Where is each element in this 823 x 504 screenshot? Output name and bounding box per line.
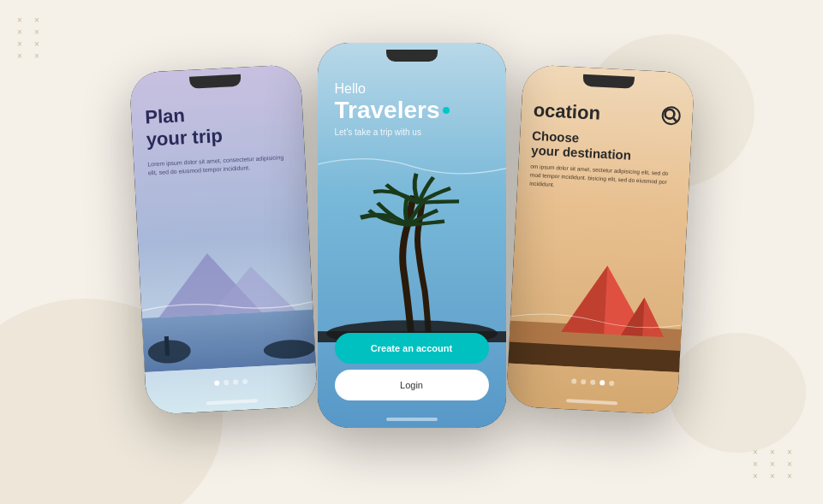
center-subtitle: Let's take a trip with us — [335, 127, 489, 137]
right-body: om ipsum dolor sit amet, sectetur adipis… — [529, 163, 677, 195]
home-indicator-center — [386, 418, 438, 421]
center-screen: Hello Travelers Let's take a trip with u… — [318, 43, 506, 428]
phones-container: Plan your trip Lorem ipsum dolor sit ame… — [112, 26, 712, 488]
right-choose: Choose your destination — [530, 128, 679, 165]
center-travelers: Travelers — [335, 97, 489, 124]
svg-point-6 — [665, 110, 674, 119]
phone-center: Hello Travelers Let's take a trip with u… — [318, 43, 506, 428]
right-phone-dots — [571, 378, 614, 386]
search-icon[interactable] — [661, 106, 681, 126]
svg-line-7 — [673, 118, 677, 122]
right-location-title: ocation — [533, 99, 681, 129]
palm-scene — [318, 137, 506, 342]
right-screen: ocation Choose your destination om ipsum… — [505, 64, 695, 415]
phone-right: ocation Choose your destination om ipsum… — [505, 64, 695, 415]
svg-marker-10 — [561, 264, 607, 335]
notch-center — [386, 50, 438, 62]
dots-topleft: × × × × × × × × — [17, 17, 62, 58]
right-pyramid-scene — [508, 210, 687, 372]
left-title: Plan your trip — [144, 99, 290, 152]
dot-accent — [443, 107, 450, 114]
dots-bottomright: × × × × × × × × × — [753, 449, 797, 478]
login-button[interactable]: Login — [335, 370, 489, 400]
phone-left: Plan your trip Lorem ipsum dolor sit ame… — [128, 64, 318, 415]
left-body: Lorem ipsum dolor sit amet, consectetur … — [147, 153, 292, 179]
create-account-button[interactable]: Create an account — [335, 333, 489, 364]
left-screen: Plan your trip Lorem ipsum dolor sit ame… — [128, 64, 318, 415]
center-hello: Hello — [335, 81, 489, 97]
left-mountain-scene — [136, 210, 315, 372]
left-phone-dots — [214, 379, 247, 386]
